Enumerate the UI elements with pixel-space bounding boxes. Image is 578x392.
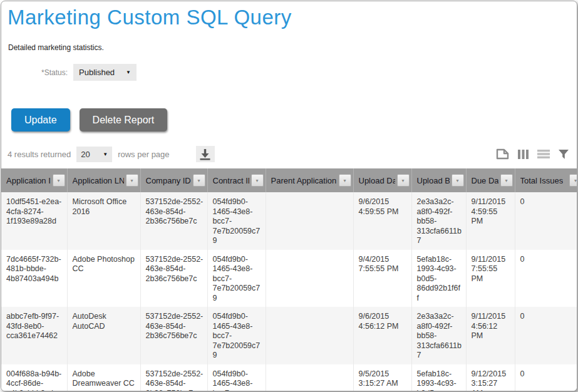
download-button[interactable]	[196, 146, 215, 162]
column-menu-button[interactable]: ▾	[251, 174, 264, 187]
update-button[interactable]: Update	[11, 108, 70, 132]
table-cell: 9/5/2015 3:15:27 AM	[353, 364, 411, 392]
rows-icon	[537, 149, 550, 159]
column-header: Application LName▾	[67, 168, 140, 192]
column-menu-button[interactable]: ▾	[397, 174, 410, 187]
column-header: Upload Date▾	[353, 168, 411, 192]
table-cell: 2e3a3a2c-a8f0-492f-bb58-313cfa6611b7	[411, 192, 466, 250]
chevron-down-icon: ▾	[255, 178, 258, 183]
results-toolbar: 4 results returned 20 ▼ rows per page	[8, 145, 569, 163]
column-header: Company ID▾	[140, 168, 207, 192]
status-select[interactable]: Published ▼	[73, 64, 137, 81]
chevron-down-icon: ▾	[574, 178, 577, 183]
table-cell: Adobe Dreamweaver CC	[67, 364, 140, 392]
column-header: Total Issues▾	[515, 168, 577, 192]
table-cell: 5efab18c-1993-4c93-b0d5-86dd92b1f6ff	[411, 364, 466, 392]
chevron-down-icon: ▾	[456, 178, 458, 183]
marketing-report-page: Marketing Custom SQL Query Detailed mark…	[1, 1, 577, 391]
chevron-down-icon: ▾	[197, 178, 200, 183]
table-cell: 0	[515, 250, 577, 307]
table-cell: 537152de-2552-463e-854d-2b36c756be7c	[140, 192, 207, 250]
results-table: Application ID▾Application LName▾Company…	[1, 168, 577, 391]
table-cell: 537152de-2552-463e-854d-2b36c756be7c	[140, 307, 207, 364]
table-cell: 5efab18c-1993-4c93-b0d5-86dd92b1f6ff	[411, 250, 466, 307]
table-cell: 004f688a-b94b-4ccf-86de-e4b9cbbb9cde	[1, 364, 67, 392]
columns-view-button[interactable]	[517, 149, 529, 160]
column-header: Upload By▾	[411, 168, 466, 192]
rows-per-page-label: rows per page	[118, 150, 169, 159]
column-header-label: Due Date	[472, 176, 498, 185]
column-header: Parent Application ID▾	[266, 168, 353, 192]
table-row: 10df5451-e2ea-4cfa-8274-1f193e89a28dMicr…	[1, 192, 577, 250]
export-page-button[interactable]	[496, 148, 509, 160]
results-count-text: 4 results returned	[8, 150, 71, 159]
table-cell: 0	[515, 307, 577, 364]
table-cell: 9/6/2015 4:56:12 PM	[353, 307, 411, 364]
table-cell: 0	[515, 364, 577, 392]
chevron-down-icon: ▾	[130, 178, 133, 183]
table-cell	[266, 250, 353, 307]
table-cell	[266, 307, 353, 364]
table-header-row: Application ID▾Application LName▾Company…	[1, 168, 577, 192]
table-cell	[266, 364, 353, 392]
column-header-label: Contract ID	[213, 176, 249, 185]
chevron-down-icon: ▾	[401, 178, 404, 183]
table-row: abbc7efb-9f97-43fd-8eb0-cca361e74462Auto…	[1, 307, 577, 364]
table-cell: 7dc4665f-732b-481b-bbde-4b87403a494b	[1, 250, 67, 307]
column-header-label: Company ID	[146, 176, 191, 185]
table-cell: AutoDesk AutoCAD	[67, 307, 140, 364]
delete-report-button[interactable]: Delete Report	[80, 108, 168, 132]
table-cell: 054fd9b0-1465-43e8-bcc7-7e7b20059c79	[207, 192, 266, 250]
caret-down-icon: ▼	[103, 152, 108, 157]
action-buttons: Update Delete Report	[11, 108, 577, 132]
status-label: *Status:	[1, 68, 68, 77]
column-menu-button[interactable]: ▾	[569, 174, 577, 187]
table-cell: 9/11/2015 4:59:55 PM	[466, 192, 515, 250]
table-cell: 9/11/2015 4:56:12 PM	[466, 307, 515, 364]
page-title: Marketing Custom SQL Query	[8, 5, 577, 30]
table-cell: 9/4/2015 7:55:55 PM	[353, 250, 411, 307]
column-menu-button[interactable]: ▾	[339, 174, 351, 187]
table-cell: 10df5451-e2ea-4cfa-8274-1f193e89a28d	[1, 192, 67, 250]
column-menu-button[interactable]: ▾	[53, 174, 65, 187]
chevron-down-icon: ▾	[57, 178, 59, 183]
rows-per-page-value: 20	[81, 150, 90, 159]
status-select-value: Published	[79, 68, 115, 77]
column-header-label: Total Issues	[520, 176, 564, 185]
table-cell: 054fd9b0-1465-43e8-bcc7-7e7b20059c79	[207, 307, 266, 364]
table-cell: 0	[515, 192, 577, 250]
chevron-down-icon: ▾	[343, 178, 346, 183]
chevron-down-icon: ▾	[505, 178, 507, 183]
results-table-wrap: Application ID▾Application LName▾Company…	[1, 168, 577, 391]
column-header: Contract ID▾	[207, 168, 266, 192]
column-header-label: Upload By	[417, 176, 450, 185]
table-cell: 2e3a3a2c-a8f0-492f-bb58-313cfa6611b7	[411, 307, 466, 364]
column-menu-button[interactable]: ▾	[500, 174, 513, 187]
table-cell: 9/6/2015 4:59:55 PM	[353, 192, 411, 250]
column-header-label: Application LName	[73, 176, 124, 185]
table-body: 10df5451-e2ea-4cfa-8274-1f193e89a28dMicr…	[1, 192, 577, 391]
export-page-icon	[496, 148, 509, 160]
column-header-label: Application ID	[6, 176, 51, 185]
column-menu-button[interactable]: ▾	[452, 174, 464, 187]
filter-button[interactable]	[558, 149, 569, 160]
column-menu-button[interactable]: ▾	[126, 174, 138, 187]
rows-per-page-select[interactable]: 20 ▼	[76, 147, 112, 162]
table-cell	[266, 192, 353, 250]
status-form-row: *Status: Published ▼	[1, 64, 577, 81]
download-icon	[199, 148, 212, 160]
column-menu-button[interactable]: ▾	[193, 174, 205, 187]
table-cell: 537152de-2552-463e-854d-2b36c756be7c	[140, 364, 207, 392]
columns-icon	[517, 149, 529, 160]
rows-view-button[interactable]	[537, 149, 550, 159]
column-header: Due Date▾	[466, 168, 515, 192]
table-cell: 054fd9b0-1465-43e8-bcc7-7e7b20059c79	[207, 250, 266, 307]
column-header-label: Upload Date	[359, 176, 395, 185]
table-cell: 9/11/2015 7:55:55 PM	[466, 250, 515, 307]
caret-down-icon: ▼	[126, 70, 131, 75]
view-tools	[496, 148, 569, 160]
table-cell: abbc7efb-9f97-43fd-8eb0-cca361e74462	[1, 307, 67, 364]
page-subtitle: Detailed marketing statistics.	[8, 43, 577, 52]
column-header: Application ID▾	[1, 168, 67, 192]
column-header-label: Parent Application ID	[271, 176, 337, 185]
